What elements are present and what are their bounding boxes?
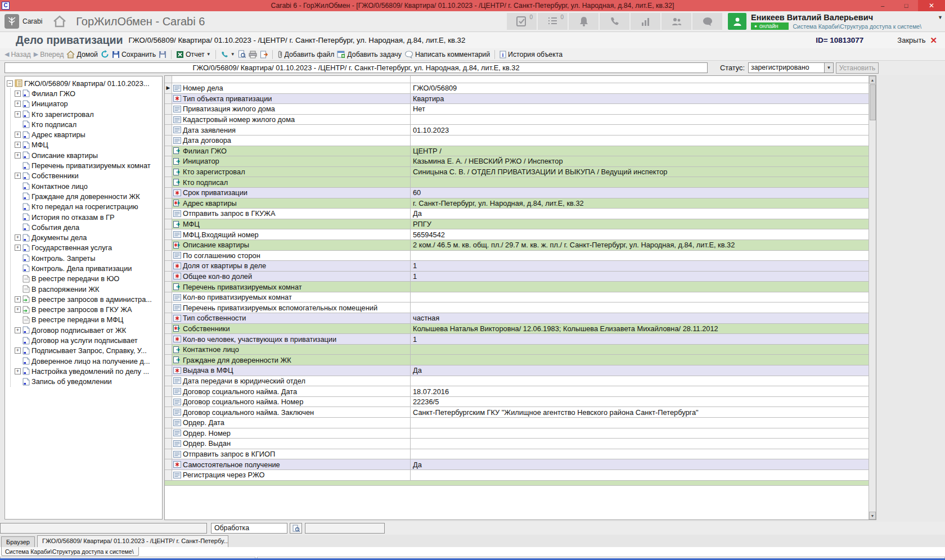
- close-button[interactable]: ✕: [918, 0, 945, 11]
- scroll-up-icon[interactable]: ▲: [869, 76, 876, 84]
- expand-icon[interactable]: +: [15, 91, 21, 97]
- property-row[interactable]: Ордер. Номер: [165, 428, 876, 439]
- property-row[interactable]: Филиал ГЖОЦЕНТР /: [165, 146, 876, 157]
- property-value[interactable]: 56594542: [411, 229, 876, 240]
- tree-item[interactable]: Запись об уведомлении: [15, 377, 162, 387]
- property-row[interactable]: Ордер. Дата: [165, 418, 876, 428]
- expand-icon[interactable]: +: [15, 306, 21, 313]
- property-value[interactable]: Казьмина Е. А. / НЕВСКИЙ РЖО / Инспектор: [411, 156, 876, 166]
- property-value[interactable]: [411, 355, 876, 365]
- tree-item[interactable]: Контактное лицо: [15, 181, 162, 191]
- property-value[interactable]: Нет: [411, 104, 876, 114]
- status-combobox[interactable]: зарегистрировано ▼: [748, 62, 834, 73]
- tree-item[interactable]: Доверенное лицо на получение д...: [15, 356, 162, 366]
- property-value[interactable]: Санкт-Петербургским ГКУ "Жилищное агентс…: [411, 407, 876, 417]
- document-tab-active[interactable]: ГЖО/0/56809/ Квартира/ 01.10.2023 - /ЦЕН…: [37, 535, 228, 547]
- tree-item[interactable]: В реестре передачи в МФЦ: [15, 315, 162, 325]
- tree-item[interactable]: +Подписывает Запрос, Справку, У...: [15, 346, 162, 356]
- property-row[interactable]: Перечень приватизируемых комнат: [165, 282, 876, 292]
- property-value[interactable]: 2 ком./ 46.5 м. кв. общ. пл./ 29.7 м. кв…: [411, 240, 876, 250]
- property-row[interactable]: Договор социального найма. ЗаключенСанкт…: [165, 407, 876, 418]
- property-row[interactable]: Договор социального найма. Номер22236/5: [165, 397, 876, 408]
- property-row[interactable]: Отправить запрос в КГИОП: [165, 449, 876, 460]
- property-row[interactable]: Дата договора: [165, 136, 876, 146]
- phone-button[interactable]: [600, 13, 629, 30]
- property-value[interactable]: РПГУ: [411, 219, 876, 229]
- property-row[interactable]: ▶Номер делаГЖО/0/56809: [165, 83, 876, 94]
- property-value[interactable]: [411, 428, 876, 439]
- back-button[interactable]: ◀Назад: [4, 51, 31, 58]
- property-row[interactable]: Выдача в МФЦДа: [165, 365, 876, 376]
- tree-item[interactable]: +Инициатор: [15, 99, 162, 109]
- preview-button[interactable]: [238, 50, 246, 58]
- save-as-button[interactable]: [159, 51, 166, 58]
- property-value[interactable]: Да: [411, 209, 876, 219]
- property-value[interactable]: 18.07.2016: [411, 386, 876, 396]
- property-row[interactable]: Регистрация через РЖО: [165, 470, 876, 481]
- property-row[interactable]: СобственникиКолышева Наталья Викторовна/…: [165, 324, 876, 335]
- tree-item[interactable]: +МФЦ: [15, 140, 162, 150]
- call-button[interactable]: ▼: [220, 51, 235, 58]
- expand-icon[interactable]: +: [15, 111, 21, 118]
- property-row[interactable]: Кол-во человек, участвующих в приватизац…: [165, 334, 876, 345]
- property-value[interactable]: Да: [411, 365, 876, 376]
- property-value[interactable]: ГЖО/0/56809: [411, 83, 876, 93]
- expand-icon[interactable]: +: [15, 101, 21, 107]
- property-row[interactable]: Перечень приватизируемых вспомогательных…: [165, 302, 876, 313]
- tree-item[interactable]: +В реестре запросов в администра...: [15, 294, 162, 304]
- print-button[interactable]: [249, 51, 257, 58]
- property-value[interactable]: [411, 302, 876, 313]
- tree-root-item[interactable]: −ГЖО/0/56809/ Квартира/ 01.10.2023...: [7, 78, 162, 88]
- property-value[interactable]: 1: [411, 334, 876, 344]
- property-row[interactable]: Отправить запрос в ГКУЖАДа: [165, 209, 876, 219]
- tree-item[interactable]: +Документы дела: [15, 232, 162, 242]
- property-value[interactable]: Синицына С. В. / ОТДЕЛ ПРИВАТИЗАЦИИ И ВЫ…: [411, 167, 876, 177]
- property-row[interactable]: Кто подписал: [165, 177, 876, 188]
- property-value[interactable]: [411, 177, 876, 187]
- home-icon[interactable]: [52, 15, 67, 28]
- forward-button[interactable]: ▶Вперед: [34, 51, 64, 58]
- tree-item[interactable]: Перечень приватизируемых комнат: [15, 160, 162, 170]
- save-button[interactable]: Сохранить: [112, 51, 156, 58]
- property-row[interactable]: Самостоятельное получениеДа: [165, 459, 876, 470]
- property-value[interactable]: 1: [411, 272, 876, 282]
- property-value[interactable]: [411, 292, 876, 302]
- tree-item[interactable]: +Филиал ГЖО: [15, 88, 162, 98]
- export-button[interactable]: [260, 50, 268, 58]
- collapse-icon[interactable]: −: [7, 80, 13, 87]
- property-value[interactable]: [411, 251, 876, 261]
- tasks-button[interactable]: 0: [507, 13, 537, 30]
- property-value[interactable]: [411, 418, 876, 428]
- scroll-thumb[interactable]: [870, 84, 876, 120]
- tree-item[interactable]: +Адрес квартиры: [15, 129, 162, 139]
- property-value[interactable]: 22236/5: [411, 397, 876, 407]
- property-value[interactable]: [411, 439, 876, 449]
- property-value[interactable]: г. Санкт-Петербург, ул. Народная, д.84, …: [411, 198, 876, 209]
- refresh-button[interactable]: [101, 50, 109, 58]
- set-status-button[interactable]: Установить: [836, 62, 879, 74]
- property-value[interactable]: ЦЕНТР /: [411, 146, 876, 156]
- property-row[interactable]: Ордер. Выдан: [165, 439, 876, 449]
- property-row[interactable]: По соглашению сторон: [165, 251, 876, 261]
- expand-icon[interactable]: +: [15, 296, 21, 302]
- tree-item[interactable]: В распоряжении ЖК: [15, 284, 162, 294]
- browser-tab[interactable]: Браузер: [1, 536, 35, 547]
- footer-field-right[interactable]: [305, 523, 385, 534]
- tree-item[interactable]: +Описание квартиры: [15, 150, 162, 160]
- list-button[interactable]: 0: [538, 13, 568, 30]
- tree-item[interactable]: В реестре передачи в ЮО: [15, 274, 162, 284]
- tree-item[interactable]: Граждане для доверенности ЖК: [15, 191, 162, 201]
- report-button[interactable]: Отчет▼: [176, 51, 211, 58]
- expand-icon[interactable]: +: [15, 347, 21, 354]
- stats-button[interactable]: [631, 13, 660, 30]
- user-avatar[interactable]: [728, 13, 746, 30]
- property-row[interactable]: Доля от квартиры в деле1: [165, 261, 876, 272]
- property-value[interactable]: Да: [411, 459, 876, 469]
- chat-button[interactable]: [692, 13, 722, 30]
- property-value[interactable]: 1: [411, 261, 876, 271]
- property-row[interactable]: Тип собственностичастная: [165, 313, 876, 324]
- tree-item[interactable]: Кто передал на госрегистрацию: [15, 202, 162, 212]
- tree-item[interactable]: Контроль. Дела приватизации: [15, 263, 162, 273]
- property-value[interactable]: Колышева Наталья Викторовна/ 12.06.1983;…: [411, 324, 876, 334]
- property-row[interactable]: Дата заявления01.10.2023: [165, 125, 876, 136]
